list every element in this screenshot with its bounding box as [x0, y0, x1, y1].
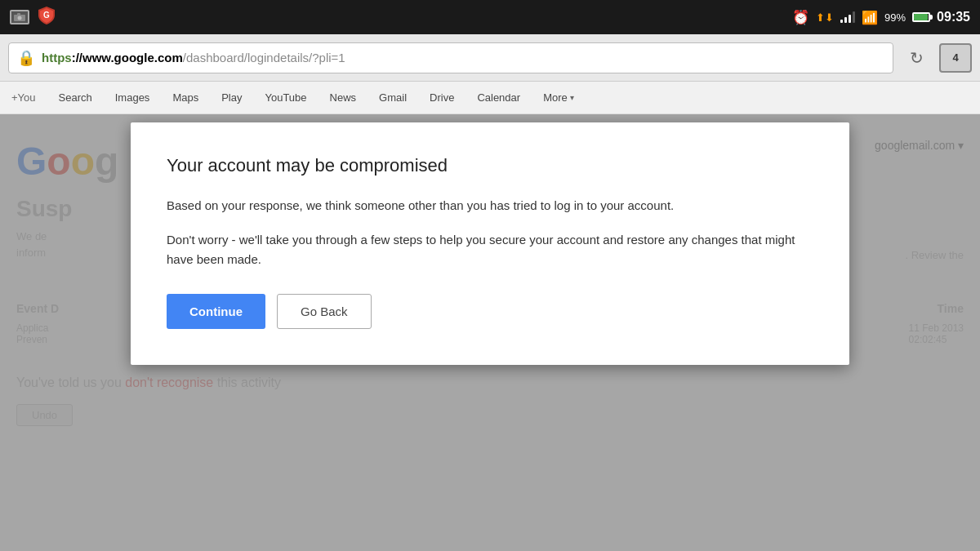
tabs-button[interactable]: 4 — [939, 43, 972, 73]
url-text: https://www.google.com/dashboard/loginde… — [42, 51, 345, 64]
url-domain: ://www.google.com — [72, 51, 183, 64]
nav-item-news[interactable]: News — [318, 82, 368, 113]
dialog-title: Your account may be compromised — [167, 155, 813, 176]
photo-icon — [10, 10, 29, 24]
nav-bar: +You Search Images Maps Play YouTube New… — [0, 82, 980, 114]
dialog-paragraph-2: Don't worry - we'll take you through a f… — [167, 230, 813, 269]
main-content: Goog googlemail.com ▾ Susp We de inform … — [0, 114, 980, 551]
status-left-icons: G — [10, 6, 56, 29]
status-time: 09:35 — [937, 10, 970, 24]
nav-item-images[interactable]: Images — [104, 82, 162, 113]
svg-text:G: G — [43, 11, 50, 20]
nav-item-you[interactable]: +You — [0, 82, 47, 113]
svg-point-1 — [18, 16, 22, 20]
dialog-buttons: Continue Go Back — [167, 294, 813, 329]
go-back-button[interactable]: Go Back — [277, 294, 372, 329]
reload-button[interactable]: ↻ — [902, 43, 931, 73]
nav-item-gmail[interactable]: Gmail — [368, 82, 418, 113]
nav-item-maps[interactable]: Maps — [161, 82, 210, 113]
nav-item-calendar[interactable]: Calendar — [466, 82, 532, 113]
dialog-body: Based on your response, we think someone… — [167, 196, 813, 269]
more-chevron-icon: ▾ — [570, 93, 574, 102]
status-bar: G ⏰ ⬆⬇ 📶 99% 09:35 — [0, 0, 980, 34]
continue-button[interactable]: Continue — [167, 294, 265, 329]
signal-icon — [840, 11, 855, 23]
dialog: Your account may be compromised Based on… — [131, 122, 849, 365]
url-path: /dashboard/logindetails/?pli=1 — [183, 51, 345, 64]
lock-icon: 🔒 — [17, 49, 35, 67]
url-https: https — [42, 51, 72, 64]
status-right-icons: ⏰ ⬆⬇ 📶 99% 09:35 — [792, 9, 970, 26]
nav-item-more[interactable]: More ▾ — [532, 82, 586, 113]
modal-overlay: Your account may be compromised Based on… — [0, 114, 980, 551]
data-icon: ⬆⬇ — [816, 11, 834, 24]
nav-item-youtube[interactable]: YouTube — [253, 82, 318, 113]
svg-rect-2 — [17, 13, 20, 16]
wifi-icon: 📶 — [862, 10, 878, 25]
alarm-icon: ⏰ — [792, 9, 809, 26]
battery-icon — [912, 12, 930, 22]
nav-item-play[interactable]: Play — [210, 82, 253, 113]
address-bar: 🔒 https://www.google.com/dashboard/login… — [0, 34, 980, 82]
nav-item-drive[interactable]: Drive — [418, 82, 466, 113]
nav-item-search[interactable]: Search — [47, 82, 104, 113]
dialog-paragraph-1: Based on your response, we think someone… — [167, 196, 813, 216]
battery-percent: 99% — [884, 11, 906, 24]
url-box[interactable]: 🔒 https://www.google.com/dashboard/login… — [8, 42, 893, 73]
shield-icon: G — [38, 6, 56, 29]
